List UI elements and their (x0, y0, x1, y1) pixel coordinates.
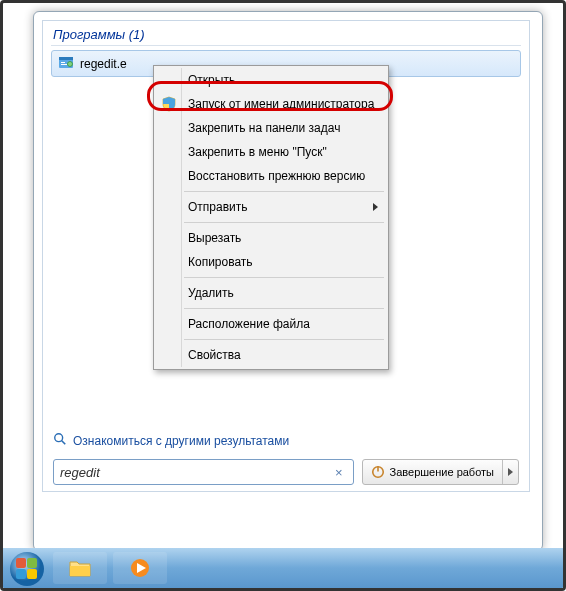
menu-label: Вырезать (188, 231, 241, 245)
menu-separator (184, 277, 384, 278)
menu-label: Закрепить в меню "Пуск" (188, 145, 327, 159)
menu-send-to[interactable]: Отправить (156, 195, 386, 219)
menu-separator (184, 191, 384, 192)
menu-label: Запуск от имени администратора (188, 97, 374, 111)
menu-separator (184, 339, 384, 340)
media-player-icon (128, 557, 152, 579)
chevron-right-icon (508, 468, 513, 476)
divider (51, 45, 521, 46)
menu-label: Восстановить прежнюю версию (188, 169, 365, 183)
menu-label: Отправить (188, 200, 248, 214)
svg-rect-11 (27, 558, 37, 568)
svg-rect-1 (59, 57, 73, 60)
taskbar (3, 548, 563, 588)
menu-cut[interactable]: Вырезать (156, 226, 386, 250)
svg-point-9 (10, 552, 44, 586)
menu-delete[interactable]: Удалить (156, 281, 386, 305)
svg-rect-13 (27, 569, 37, 579)
menu-separator (184, 222, 384, 223)
menu-label: Расположение файла (188, 317, 310, 331)
svg-rect-12 (16, 569, 26, 579)
chevron-right-icon (373, 203, 378, 211)
svg-line-6 (62, 441, 66, 445)
menu-label: Открыть (188, 73, 235, 87)
regedit-icon (58, 54, 74, 73)
shutdown-button[interactable]: Завершение работы (362, 459, 519, 485)
folder-icon (68, 557, 92, 579)
menu-label: Свойства (188, 348, 241, 362)
menu-restore-previous[interactable]: Восстановить прежнюю версию (156, 164, 386, 188)
menu-pin-start[interactable]: Закрепить в меню "Пуск" (156, 140, 386, 164)
menu-run-as-admin[interactable]: Запуск от имени администратора (156, 92, 386, 116)
menu-pin-taskbar[interactable]: Закрепить на панели задач (156, 116, 386, 140)
footer-area: Ознакомиться с другими результатами × За… (53, 432, 519, 485)
clear-search-button[interactable]: × (331, 465, 347, 480)
svg-point-5 (55, 434, 63, 442)
shutdown-icon (371, 465, 385, 479)
shield-icon (161, 96, 177, 112)
svg-rect-3 (61, 64, 67, 65)
menu-open[interactable]: Открыть (156, 68, 386, 92)
svg-rect-2 (61, 62, 65, 63)
magnify-icon (53, 432, 67, 449)
menu-separator (184, 308, 384, 309)
menu-properties[interactable]: Свойства (156, 343, 386, 367)
result-label: regedit.e (80, 57, 127, 71)
taskbar-explorer-button[interactable] (53, 552, 107, 584)
menu-label: Закрепить на панели задач (188, 121, 340, 135)
svg-rect-10 (16, 558, 26, 568)
shutdown-label: Завершение работы (390, 466, 494, 478)
other-results-link[interactable]: Ознакомиться с другими результатами (53, 432, 519, 449)
programs-header: Программы (1) (43, 21, 529, 45)
menu-label: Удалить (188, 286, 234, 300)
search-input[interactable] (60, 465, 331, 480)
menu-file-location[interactable]: Расположение файла (156, 312, 386, 336)
menu-label: Копировать (188, 255, 253, 269)
svg-point-4 (68, 62, 73, 67)
shutdown-options-button[interactable] (502, 460, 518, 484)
other-results-label: Ознакомиться с другими результатами (73, 434, 289, 448)
context-menu: Открыть Запуск от имени администратора З… (153, 65, 389, 370)
search-box[interactable]: × (53, 459, 354, 485)
menu-copy[interactable]: Копировать (156, 250, 386, 274)
start-button[interactable] (7, 549, 47, 587)
svg-rect-14 (70, 566, 90, 576)
taskbar-media-player-button[interactable] (113, 552, 167, 584)
